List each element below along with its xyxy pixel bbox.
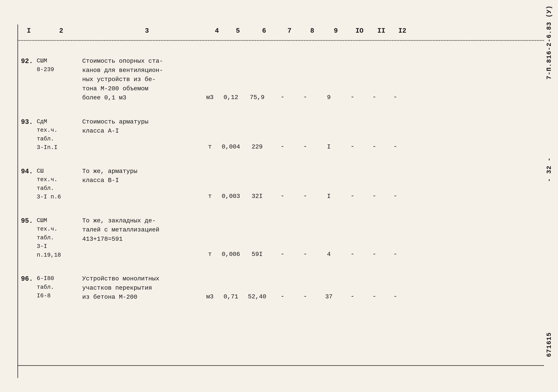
entry-col10: - xyxy=(341,92,364,102)
left-border xyxy=(17,25,18,378)
entry-code: 6-I80 табл. I6-8 xyxy=(37,274,82,300)
entry-col10: - xyxy=(341,292,364,302)
entry-col12: - xyxy=(385,292,406,302)
entry-col10: - xyxy=(341,191,364,201)
entry-unit: т xyxy=(201,250,219,259)
entry-num: 96. xyxy=(21,274,37,284)
entry-col9: I xyxy=(317,143,341,152)
entry-col6: 32I xyxy=(243,192,271,201)
header-col12: I2 xyxy=(392,27,413,34)
header-col1: I xyxy=(21,27,37,34)
entry-col12: - xyxy=(385,250,406,259)
entry-desc: Стоимость арматуры класса А-I xyxy=(82,117,201,136)
entry-col11: - xyxy=(364,191,385,201)
entry-col6: 59I xyxy=(243,250,271,259)
entry-col7: - xyxy=(271,292,294,302)
table-row: 95. СШМ тех.ч. табл. 3-I п.19,18 То же, … xyxy=(21,209,541,267)
entry-col6: 52,40 xyxy=(243,292,271,302)
entry-col9: 4 xyxy=(317,250,341,259)
entry-col7: - xyxy=(271,191,294,201)
entry-desc: То же, арматуры класса В-I xyxy=(82,166,201,185)
entry-col9: 37 xyxy=(317,292,341,302)
header-row: I 2 3 4 5 6 7 8 9 IO II I2 xyxy=(17,27,544,34)
entry-unit: м3 xyxy=(201,92,219,102)
right-label-bot: 671615 xyxy=(546,332,553,357)
entry-code: СдМ тех.ч. табл. 3-In.I xyxy=(37,117,82,152)
header-col3: 3 xyxy=(86,27,208,34)
entry-col6: 75,9 xyxy=(243,93,271,102)
entry-col8: - xyxy=(294,142,317,152)
header-col4: 4 xyxy=(208,27,226,34)
entry-col12: - xyxy=(385,142,406,152)
entry-col5: 0,12 xyxy=(219,93,243,102)
entry-col8: - xyxy=(294,92,317,102)
entry-col7: - xyxy=(271,142,294,152)
entry-desc: То же, закладных де- талей с металлизаци… xyxy=(82,216,201,244)
entry-col12: - xyxy=(385,92,406,102)
entry-desc: Стоимость опорных ста- канов для вентиля… xyxy=(82,56,201,102)
entry-desc: Устройство монолитных участков перекрыти… xyxy=(82,274,201,302)
entry-num: 95. xyxy=(21,216,37,225)
header-col7: 7 xyxy=(278,27,301,34)
header-col2: 2 xyxy=(37,27,86,34)
entry-col11: - xyxy=(364,250,385,259)
header-col6: 6 xyxy=(250,27,278,34)
page: 7-П.816-2-6.83 (У) - 32 - 671615 I 2 3 4… xyxy=(0,0,558,392)
entry-col9: I xyxy=(317,192,341,201)
entry-unit: т xyxy=(201,192,219,201)
table-row: 96. 6-I80 табл. I6-8 Устройство монолитн… xyxy=(21,267,541,309)
header-col11: II xyxy=(371,27,392,34)
entry-col12: - xyxy=(385,191,406,201)
entry-col8: - xyxy=(294,191,317,201)
header-col10: IO xyxy=(348,27,371,34)
header-col5: 5 xyxy=(226,27,250,34)
entry-col11: - xyxy=(364,92,385,102)
right-label-top: 7-П.816-2-6.83 (У) xyxy=(546,5,553,79)
entry-col8: - xyxy=(294,250,317,259)
entry-code: СШМ тех.ч. табл. 3-I п.19,18 xyxy=(37,216,82,259)
entry-code: СШМ 8-239 xyxy=(37,56,82,74)
table-row: 94. СШ тех.ч. табл. 3-I п.6 То же, армат… xyxy=(21,159,541,209)
entry-col11: - xyxy=(364,142,385,152)
content-area: 92. СШМ 8-239 Стоимость опорных ста- кан… xyxy=(21,49,541,309)
entry-col9: 9 xyxy=(317,93,341,102)
entry-col10: - xyxy=(341,250,364,259)
table-row: 93. СдМ тех.ч. табл. 3-In.I Стоимость ар… xyxy=(21,110,541,159)
entry-num: 93. xyxy=(21,117,37,127)
entry-col5: 0,004 xyxy=(219,143,243,152)
entry-unit: м3 xyxy=(201,292,219,302)
entry-col7: - xyxy=(271,92,294,102)
entry-col6: 229 xyxy=(243,143,271,152)
entry-col5: 0,006 xyxy=(219,250,243,259)
entry-col11: - xyxy=(364,292,385,302)
bottom-solid-line xyxy=(17,365,544,366)
entry-num: 92. xyxy=(21,56,37,66)
right-label-mid: - 32 - xyxy=(546,157,553,182)
table-row: 92. СШМ 8-239 Стоимость опорных ста- кан… xyxy=(21,49,541,110)
entry-col5: 0,003 xyxy=(219,192,243,201)
top-dashed-line xyxy=(17,40,544,41)
entry-col10: - xyxy=(341,142,364,152)
header-col9: 9 xyxy=(324,27,348,34)
entry-col7: - xyxy=(271,250,294,259)
entry-code: СШ тех.ч. табл. 3-I п.6 xyxy=(37,166,82,201)
entry-col8: - xyxy=(294,292,317,302)
entry-num: 94. xyxy=(21,166,37,176)
header-col8: 8 xyxy=(301,27,324,34)
entry-unit: т xyxy=(201,142,219,152)
entry-col5: 0,71 xyxy=(219,292,243,302)
